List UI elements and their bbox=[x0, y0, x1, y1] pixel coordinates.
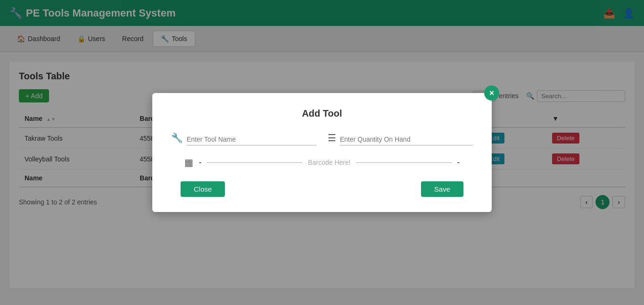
modal-save-btn[interactable]: Save bbox=[421, 181, 463, 197]
modal-close-button[interactable]: × bbox=[484, 85, 499, 101]
barcode-icon: ▦ bbox=[184, 157, 193, 168]
qty-field-icon: ☰ bbox=[328, 132, 336, 144]
tool-name-field-group: 🔧 bbox=[171, 132, 316, 145]
barcode-dash1: - bbox=[199, 158, 201, 167]
tool-name-input[interactable] bbox=[187, 134, 316, 145]
modal-actions: Close Save bbox=[171, 181, 473, 197]
quantity-input[interactable] bbox=[340, 134, 473, 145]
barcode-row: ▦ - Barcode Here! - bbox=[171, 157, 473, 168]
barcode-dash2: - bbox=[457, 158, 460, 167]
barcode-placeholder-text: Barcode Here! bbox=[308, 159, 350, 166]
add-tool-modal: × Add Tool 🔧 ☰ ▦ - Barcode Here! - Close… bbox=[152, 93, 492, 212]
barcode-line-left bbox=[207, 162, 302, 163]
barcode-line-right bbox=[356, 162, 452, 163]
modal-close-btn[interactable]: Close bbox=[181, 181, 225, 197]
modal-fields: 🔧 ☰ bbox=[171, 132, 473, 145]
modal-title: Add Tool bbox=[171, 108, 473, 119]
qty-field-group: ☰ bbox=[328, 132, 473, 145]
wrench-field-icon: 🔧 bbox=[171, 132, 183, 144]
modal-overlay: × Add Tool 🔧 ☰ ▦ - Barcode Here! - Close… bbox=[0, 0, 644, 305]
